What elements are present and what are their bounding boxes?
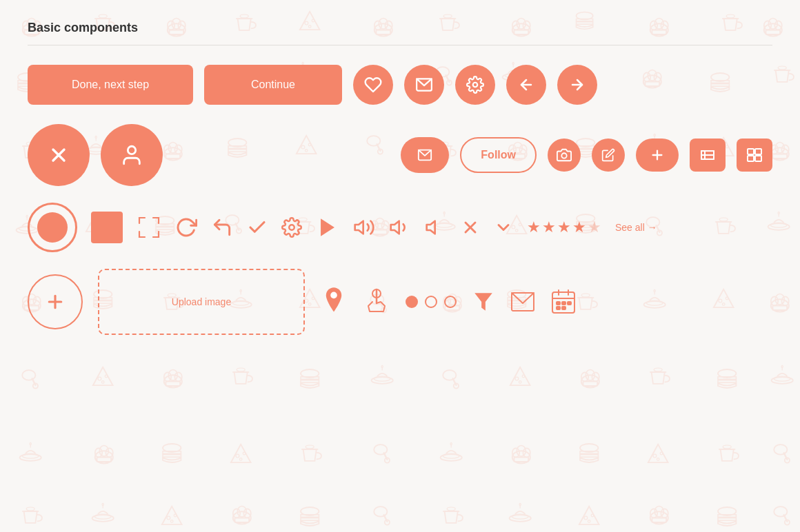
star-rating[interactable]: ★ ★ ★ ★ ★: [527, 218, 601, 236]
dot-inactive-1[interactable]: [425, 296, 437, 308]
solid-square: [91, 212, 123, 243]
location-pin-icon[interactable]: [320, 285, 348, 318]
chevron-down-icon[interactable]: [494, 218, 513, 237]
star-3[interactable]: ★: [557, 218, 571, 236]
mail-button[interactable]: [404, 65, 444, 105]
close-circle-button[interactable]: [28, 124, 90, 186]
svg-marker-38: [321, 218, 334, 236]
svg-point-17: [473, 83, 478, 88]
svg-rect-57: [557, 307, 560, 309]
svg-point-46: [330, 292, 337, 299]
dot-inactive-2[interactable]: [444, 296, 457, 308]
svg-marker-40: [391, 221, 399, 234]
svg-rect-58: [562, 307, 566, 309]
row-4: Upload image: [28, 269, 772, 335]
gear-icon[interactable]: [281, 217, 302, 238]
radio-button[interactable]: [28, 203, 77, 252]
svg-rect-34: [755, 149, 761, 154]
pagination-dots: [406, 296, 457, 308]
refresh-icon[interactable]: [175, 216, 197, 238]
settings-button[interactable]: [455, 65, 495, 105]
play-icon[interactable]: [316, 216, 339, 239]
star-4[interactable]: ★: [572, 218, 586, 236]
star-2[interactable]: ★: [542, 218, 556, 236]
heart-button[interactable]: [353, 65, 393, 105]
mail-icon[interactable]: [510, 291, 535, 312]
grid-view-button[interactable]: [737, 139, 772, 172]
svg-rect-56: [568, 302, 571, 305]
done-next-step-button[interactable]: Done, next step: [28, 65, 193, 105]
upload-label: Upload image: [172, 296, 231, 307]
expand-icon[interactable]: [137, 215, 161, 240]
back-button[interactable]: [506, 65, 546, 105]
radio-inner: [37, 212, 68, 243]
svg-point-24: [561, 153, 566, 158]
undo-icon[interactable]: [211, 216, 233, 238]
upload-image-box[interactable]: Upload image: [98, 269, 305, 335]
svg-point-37: [289, 225, 294, 230]
add-button[interactable]: [636, 139, 679, 172]
continue-button[interactable]: Continue: [204, 65, 342, 105]
edit-button[interactable]: [592, 139, 625, 172]
svg-rect-35: [748, 156, 754, 161]
list-view-button[interactable]: [690, 139, 726, 172]
svg-point-22: [128, 146, 135, 154]
row-3: ★ ★ ★ ★ ★ See all →: [28, 203, 772, 252]
svg-marker-39: [355, 221, 363, 234]
page-title: Basic components: [28, 21, 772, 35]
svg-rect-54: [557, 302, 560, 305]
volume-high-icon[interactable]: [353, 216, 375, 238]
title-divider: [28, 45, 772, 45]
see-all-link[interactable]: See all →: [615, 222, 657, 233]
calendar-icon[interactable]: [550, 289, 577, 315]
mail-pill-button[interactable]: [401, 137, 449, 173]
volume-low-icon[interactable]: [425, 216, 447, 238]
svg-marker-41: [427, 221, 435, 234]
user-circle-button[interactable]: [101, 124, 163, 186]
touch-icon[interactable]: [363, 287, 390, 317]
row-2: Follow: [28, 124, 772, 186]
svg-marker-48: [474, 293, 492, 311]
volume-medium-icon[interactable]: [389, 216, 411, 238]
svg-rect-33: [748, 149, 754, 154]
filter-icon[interactable]: [472, 290, 495, 314]
svg-rect-36: [755, 156, 761, 161]
follow-button[interactable]: Follow: [460, 137, 537, 173]
forward-button[interactable]: [557, 65, 597, 105]
camera-button[interactable]: [548, 139, 581, 172]
row-1: Done, next step Continue: [28, 65, 772, 105]
checkmark-icon[interactable]: [247, 217, 268, 238]
svg-rect-55: [562, 302, 566, 305]
x-icon[interactable]: [461, 218, 480, 237]
star-5[interactable]: ★: [588, 218, 601, 236]
dot-active[interactable]: [406, 296, 418, 308]
add-circle-button[interactable]: [28, 274, 83, 329]
star-1[interactable]: ★: [527, 218, 541, 236]
